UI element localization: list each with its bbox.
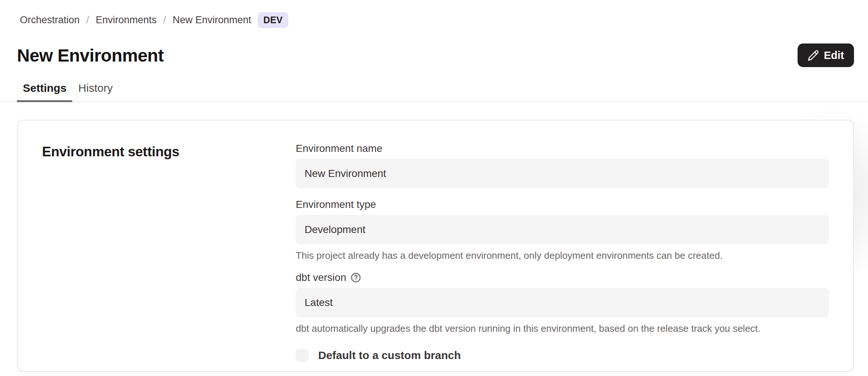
page-title: New Environment	[17, 45, 164, 66]
edit-button-label: Edit	[824, 49, 844, 62]
breadcrumb-item-new-environment: New Environment	[173, 14, 251, 26]
pencil-icon	[808, 50, 819, 61]
environment-type-label-text: Environment type	[296, 199, 376, 210]
field-environment-name: Environment name New Environment	[296, 143, 829, 188]
dbt-version-select[interactable]: Latest	[296, 288, 829, 317]
breadcrumb-separator: /	[163, 14, 166, 26]
dev-environment-badge: DEV	[258, 12, 288, 28]
dbt-version-label-text: dbt version	[296, 272, 346, 283]
field-dbt-version: dbt version Latest dbt automatically upg…	[296, 272, 829, 334]
tab-settings[interactable]: Settings	[17, 82, 72, 102]
environment-type-select[interactable]: Development	[296, 215, 829, 244]
edit-button[interactable]: Edit	[798, 43, 854, 67]
environment-name-label: Environment name	[296, 143, 829, 154]
custom-branch-label[interactable]: Default to a custom branch	[318, 349, 461, 362]
breadcrumb-item-orchestration[interactable]: Orchestration	[20, 14, 80, 26]
tab-history[interactable]: History	[72, 82, 118, 102]
environment-name-input[interactable]: New Environment	[296, 159, 829, 188]
environment-type-label: Environment type	[296, 199, 829, 210]
dbt-version-label: dbt version	[296, 272, 829, 283]
environment-settings-page: Orchestration / Environments / New Envir…	[0, 0, 868, 376]
field-environment-type: Environment type Development This projec…	[296, 199, 829, 261]
tab-bar: Settings History	[0, 82, 868, 102]
breadcrumb-separator: /	[86, 14, 89, 26]
page-header: New Environment Edit	[17, 43, 854, 67]
breadcrumb: Orchestration / Environments / New Envir…	[0, 0, 868, 28]
environment-settings-card: Environment settings Environment name Ne…	[17, 120, 854, 372]
breadcrumb-item-environments[interactable]: Environments	[96, 14, 157, 26]
card-heading-column: Environment settings	[42, 143, 296, 349]
card-form-column: Environment name New Environment Environ…	[296, 143, 829, 349]
custom-branch-row: Default to a custom branch	[296, 349, 829, 362]
custom-branch-checkbox[interactable]	[296, 349, 308, 362]
environment-type-help-text: This project already has a development e…	[296, 250, 829, 261]
question-circle-icon[interactable]	[350, 272, 361, 283]
card-heading: Environment settings	[42, 143, 296, 160]
environment-name-label-text: Environment name	[296, 143, 382, 154]
dbt-version-help-text: dbt automatically upgrades the dbt versi…	[296, 323, 829, 334]
